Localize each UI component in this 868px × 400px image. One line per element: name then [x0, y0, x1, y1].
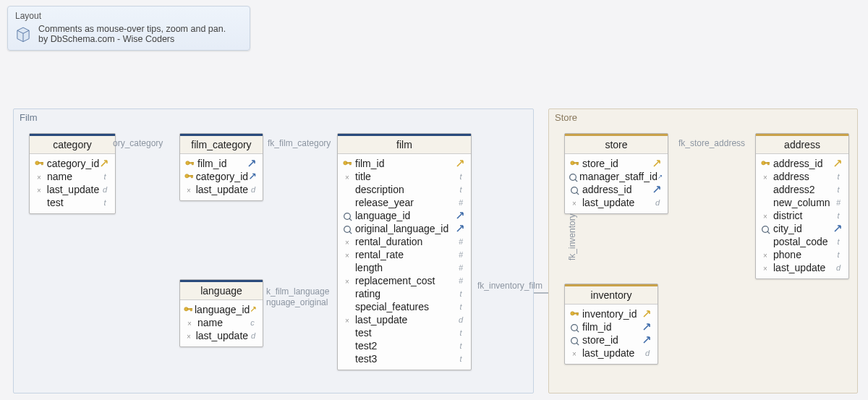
- table-film-category[interactable]: film_category film_idcategory_id×last_up…: [179, 133, 263, 201]
- pk-arrow-icon: [833, 161, 844, 170]
- info-title: Layout: [14, 9, 244, 24]
- column-row[interactable]: original_language_id: [338, 222, 471, 235]
- column-row[interactable]: ×districtt: [756, 209, 848, 222]
- column-type: [642, 320, 653, 333]
- info-line2: by DbSchema.com - Wise Coders: [38, 34, 226, 44]
- fk-arrow-icon: [833, 226, 844, 235]
- column-row[interactable]: ×replacement_cost#: [338, 274, 471, 287]
- column-type: [99, 157, 111, 170]
- svg-rect-18: [350, 163, 352, 166]
- pk-arrow-icon: [99, 161, 111, 170]
- group-store-title: Store: [555, 112, 577, 123]
- column-row[interactable]: testt: [338, 326, 471, 339]
- column-type: d: [642, 349, 653, 357]
- column-type: [658, 172, 663, 181]
- column-row[interactable]: ×last_updated: [756, 261, 848, 274]
- table-address[interactable]: address address_id×addresstaddress2tnew_…: [755, 133, 849, 279]
- column-row[interactable]: ×namec: [180, 316, 263, 329]
- table-header: film_category: [180, 134, 263, 154]
- column-row[interactable]: ×rental_rate#: [338, 248, 471, 261]
- column-row[interactable]: ×last_updated: [565, 346, 658, 359]
- column-row[interactable]: ×last_updated: [565, 196, 668, 209]
- not-null-icon: ×: [187, 320, 192, 328]
- column-row[interactable]: ×last_updated: [338, 313, 471, 326]
- table-film[interactable]: film film_id×titletdescriptiontrelease_y…: [337, 133, 472, 370]
- column-row[interactable]: ×namet: [30, 170, 115, 183]
- column-name: film_id: [581, 321, 642, 333]
- svg-rect-25: [191, 309, 192, 312]
- column-name: rental_rate: [354, 249, 455, 260]
- key-icon: [569, 308, 579, 320]
- column-row[interactable]: category_id: [30, 157, 115, 170]
- column-type: t: [833, 172, 844, 181]
- column-name: name: [196, 317, 247, 328]
- column-type: t: [455, 341, 467, 350]
- not-null-icon: ×: [345, 174, 349, 182]
- column-row[interactable]: special_featurest: [338, 300, 471, 313]
- column-row[interactable]: manager_staff_id: [565, 170, 668, 183]
- column-name: special_features: [354, 301, 455, 312]
- column-name: test: [354, 327, 455, 339]
- column-row[interactable]: testt: [30, 196, 115, 209]
- fk-arrow-icon: [642, 325, 653, 333]
- column-row[interactable]: test3t: [338, 352, 471, 365]
- column-type: t: [99, 198, 111, 207]
- column-row[interactable]: descriptiont: [338, 183, 471, 196]
- column-row[interactable]: store_id: [565, 333, 658, 346]
- column-row[interactable]: ×rental_duration#: [338, 235, 471, 248]
- column-row[interactable]: address2t: [756, 183, 848, 196]
- not-null-icon: ×: [345, 252, 349, 260]
- column-row[interactable]: ×last_updated: [180, 329, 263, 342]
- table-inventory[interactable]: inventory inventory_idfilm_idstore_id×la…: [564, 284, 658, 365]
- fk-arrow-icon: [248, 174, 258, 182]
- column-row[interactable]: inventory_id: [565, 307, 658, 320]
- column-row[interactable]: length#: [338, 261, 471, 274]
- table-language[interactable]: language language_id×namec×last_updated: [179, 279, 263, 347]
- column-name: film_id: [354, 158, 455, 169]
- column-row[interactable]: address_id: [756, 157, 848, 170]
- column-type: d: [833, 263, 844, 272]
- svg-line-30: [575, 179, 578, 182]
- column-row[interactable]: new_column#: [756, 196, 848, 209]
- column-name: new_column: [772, 197, 833, 208]
- table-header: address: [756, 134, 848, 154]
- table-store[interactable]: store store_idmanager_staff_idaddress_id…: [564, 133, 668, 214]
- key-icon: [34, 158, 44, 169]
- column-type: d: [248, 331, 258, 340]
- column-row[interactable]: postal_codet: [756, 235, 848, 248]
- column-row[interactable]: city_id: [756, 222, 848, 235]
- column-row[interactable]: ×last_updated: [30, 183, 115, 196]
- column-row[interactable]: film_id: [565, 320, 658, 333]
- svg-line-20: [349, 218, 352, 221]
- column-row[interactable]: ×phonet: [756, 248, 848, 261]
- column-type: [833, 157, 844, 170]
- not-null-icon: ×: [763, 174, 767, 182]
- column-row[interactable]: language_id: [338, 209, 471, 222]
- table-category[interactable]: category category_id×namet×last_updatedt…: [29, 133, 116, 214]
- not-null-icon: ×: [37, 187, 41, 195]
- column-row[interactable]: ×addresst: [756, 170, 848, 183]
- column-row[interactable]: category_id: [180, 170, 263, 183]
- column-row[interactable]: film_id: [338, 157, 471, 170]
- column-row[interactable]: ×titlet: [338, 170, 471, 183]
- not-null-icon: ×: [763, 265, 767, 273]
- key-icon: [569, 158, 579, 169]
- column-row[interactable]: release_year#: [338, 196, 471, 209]
- table-header: store: [565, 134, 668, 154]
- layout-info-box: Layout Comments as mouse-over tips, zoom…: [7, 6, 250, 51]
- column-name: last_update: [354, 314, 455, 325]
- column-row[interactable]: address_id: [565, 183, 668, 196]
- column-type: t: [455, 185, 467, 194]
- column-row[interactable]: language_id: [180, 303, 263, 316]
- column-row[interactable]: test2t: [338, 339, 471, 352]
- column-row[interactable]: film_id: [180, 157, 263, 170]
- column-name: rental_duration: [354, 236, 455, 247]
- fk-arrow-icon: [642, 338, 653, 346]
- column-type: [455, 222, 467, 235]
- column-row[interactable]: ratingt: [338, 287, 471, 300]
- column-row[interactable]: store_id: [565, 157, 668, 170]
- column-row[interactable]: ×last_updated: [180, 183, 263, 196]
- column-type: [455, 157, 467, 170]
- column-name: test: [46, 197, 99, 208]
- column-name: district: [772, 210, 833, 221]
